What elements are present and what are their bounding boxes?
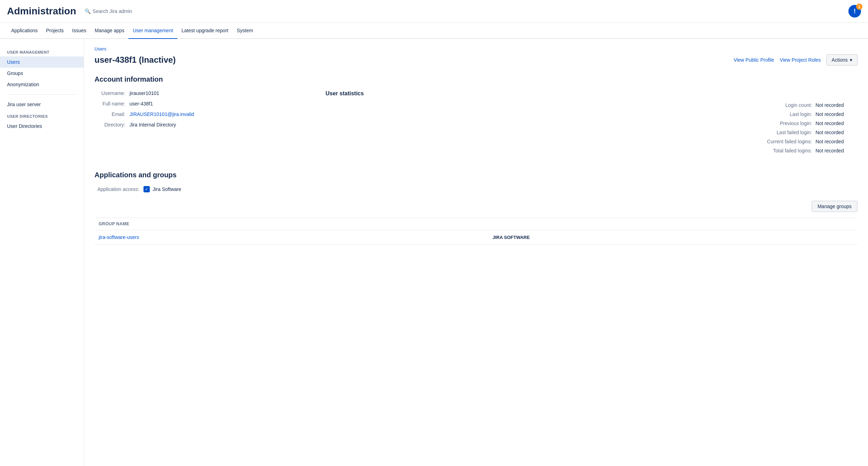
actions-label: Actions [832,57,848,63]
stat-value-last-login: Not recorded [816,111,858,117]
nav-item-system[interactable]: System [232,23,257,39]
stat-row-previous-login: Previous login: Not recorded [326,121,858,126]
search-label: Search Jira admin [93,8,132,14]
col-group-name: Group name [94,218,488,230]
stat-value-previous-login: Not recorded [816,121,858,126]
sidebar-item-user-directories[interactable]: User Directories [0,121,84,132]
group-app-cell: JIRA SOFTWARE [488,230,858,245]
stat-label-last-failed-login: Last failed login: [777,130,816,135]
field-row-username: Username: jirauser10101 [94,90,304,96]
notification-button[interactable]: ! 1 [848,5,861,18]
field-value-fullname: user-438f1 [130,101,153,107]
stat-label-login-count: Login count: [785,102,816,108]
layout: USER MANAGEMENT Users Groups Anonymizati… [0,39,868,466]
group-name-link[interactable]: jira-software-users [99,234,139,240]
col-group-app [488,218,858,230]
stat-value-login-count: Not recorded [816,102,858,108]
group-name-cell: jira-software-users [94,230,488,245]
stat-value-last-failed-login: Not recorded [816,130,858,135]
manage-groups-button[interactable]: Manage groups [812,201,858,212]
field-label-directory: Directory: [94,122,130,128]
checkbox-checked-icon[interactable]: ✓ [144,186,150,192]
app-access-row: Application access: ✓ Jira Software [94,186,858,192]
nav-item-user-management[interactable]: User management [128,23,177,39]
nav-item-projects[interactable]: Projects [42,23,68,39]
field-label-email: Email: [94,111,130,117]
notification-icon: ! [854,8,856,15]
user-stats-heading: User statistics [326,90,858,97]
chevron-down-icon: ▾ [850,57,852,63]
account-info-heading: Account information [94,75,858,83]
sidebar-item-users[interactable]: Users [0,56,84,68]
apps-groups-section: Applications and groups Application acce… [94,171,858,245]
stat-value-total-failed-logins: Not recorded [816,148,858,153]
groups-table: Group name jira-software-users JIRA SOFT… [94,218,858,245]
sidebar-item-anonymization[interactable]: Anonymization [0,79,84,90]
jira-software-checkbox-item: ✓ Jira Software [144,186,181,192]
stat-label-current-failed-logins: Current failed logins: [767,139,816,144]
sidebar-section-user-directories: USER DIRECTORIES [0,110,84,121]
stat-row-login-count: Login count: Not recorded [326,102,858,108]
page-title: user-438f1 (Inactive) [94,55,176,65]
stat-row-current-failed-logins: Current failed logins: Not recorded [326,139,858,144]
nav-item-upgrade-report[interactable]: Latest upgrade report [177,23,233,39]
groups-table-body: jira-software-users JIRA SOFTWARE [94,230,858,245]
user-statistics: User statistics Login count: Not recorde… [326,90,858,157]
nav-item-manage-apps[interactable]: Manage apps [91,23,129,39]
account-fields: Username: jirauser10101 Full name: user-… [94,90,304,157]
account-grid: Username: jirauser10101 Full name: user-… [94,90,858,157]
page-actions: View Public Profile View Project Roles A… [734,54,858,66]
breadcrumb[interactable]: Users [94,46,106,52]
main-content: Users user-438f1 (Inactive) View Public … [84,39,868,466]
field-value-email[interactable]: JIRAUSER10101@jira.invalid [130,111,194,117]
page-header-row: user-438f1 (Inactive) View Public Profil… [94,54,858,66]
sidebar-item-jira-user-server[interactable]: Jira user server [0,99,84,110]
account-information-section: Account information Username: jirauser10… [94,75,858,157]
stat-row-last-login: Last login: Not recorded [326,111,858,117]
stat-label-total-failed-logins: Total failed logins: [773,148,816,153]
table-row: jira-software-users JIRA SOFTWARE [94,230,858,245]
nav-item-issues[interactable]: Issues [68,23,90,39]
groups-table-header: Group name [94,218,858,230]
field-label-fullname: Full name: [94,101,130,107]
field-row-email: Email: JIRAUSER10101@jira.invalid [94,111,304,117]
app-name-label: Jira Software [153,186,181,192]
field-label-username: Username: [94,90,130,96]
field-row-directory: Directory: Jira Internal Directory [94,122,304,128]
sidebar-section-user-management: USER MANAGEMENT [0,46,84,56]
field-value-directory: Jira Internal Directory [130,122,176,128]
field-value-username: jirauser10101 [130,90,159,96]
nav-item-applications[interactable]: Applications [7,23,42,39]
stat-value-current-failed-logins: Not recorded [816,139,858,144]
stat-label-previous-login: Previous login: [780,121,816,126]
sidebar: USER MANAGEMENT Users Groups Anonymizati… [0,39,84,466]
app-title: Administration [7,6,76,17]
top-header: Administration 🔍 Search Jira admin ! 1 [0,0,868,23]
sidebar-item-groups[interactable]: Groups [0,68,84,79]
search-icon: 🔍 [85,8,91,14]
search-area[interactable]: 🔍 Search Jira admin [85,8,132,14]
view-project-roles-button[interactable]: View Project Roles [780,57,821,63]
stat-label-last-login: Last login: [790,111,816,117]
actions-dropdown-button[interactable]: Actions ▾ [826,54,858,66]
notification-badge: 1 [856,4,862,10]
nav-bar: Applications Projects Issues Manage apps… [0,23,868,39]
stat-row-last-failed-login: Last failed login: Not recorded [326,130,858,135]
view-public-profile-button[interactable]: View Public Profile [734,57,774,63]
manage-groups-area: Manage groups [94,201,858,212]
sidebar-divider [7,94,77,95]
field-row-fullname: Full name: user-438f1 [94,101,304,107]
stat-row-total-failed-logins: Total failed logins: Not recorded [326,148,858,153]
app-access-label: Application access: [94,186,144,192]
apps-groups-heading: Applications and groups [94,171,858,179]
